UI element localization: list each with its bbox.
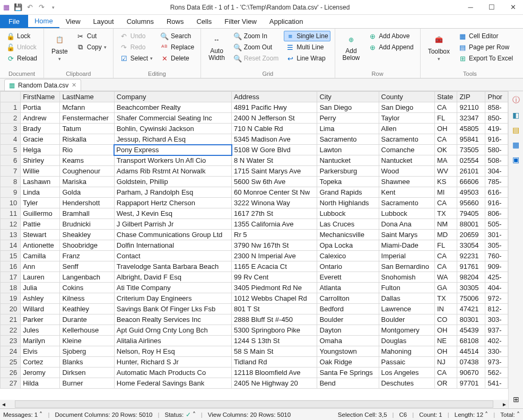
cell[interactable]: Franz <box>60 251 114 261</box>
column-header[interactable]: Phor <box>485 92 508 102</box>
cell[interactable]: Dirksen <box>60 368 114 378</box>
cell[interactable]: 973- <box>485 357 508 368</box>
cell[interactable]: Portia <box>21 102 60 113</box>
cell[interactable]: 562- <box>485 368 508 378</box>
tab-layout[interactable]: Layout <box>87 15 120 28</box>
cell[interactable]: Antionette <box>21 240 60 251</box>
cell[interactable]: 801 T St <box>232 304 317 314</box>
cell[interactable]: 45805 <box>457 124 485 134</box>
tab-home[interactable]: Home <box>28 15 59 28</box>
cell[interactable]: Rappaport Hertz Cherson <box>114 198 231 208</box>
cell[interactable]: Shafer Commercial Seating Inc <box>114 113 231 124</box>
cell[interactable]: Mcfann <box>60 102 114 113</box>
cell[interactable]: Helga <box>21 145 60 155</box>
cell[interactable]: 02554 <box>457 155 485 166</box>
cell[interactable]: 60 Monroe Center St Nw <box>232 187 317 198</box>
cell[interactable]: Lubbock <box>379 208 434 219</box>
cell[interactable]: Allen <box>379 124 434 134</box>
cell[interactable]: Riskalla <box>60 134 114 145</box>
row-number[interactable]: 6 <box>1 155 21 166</box>
cell[interactable]: Jeromy <box>21 368 60 378</box>
zoomout-button[interactable]: 🔍Zoom Out <box>231 42 281 52</box>
cell[interactable]: Bend <box>317 378 379 389</box>
cell[interactable]: Andrew <box>21 113 60 124</box>
column-header[interactable]: Company <box>114 92 231 102</box>
cell[interactable]: 45439 <box>457 325 485 336</box>
cell[interactable]: Gracie <box>21 134 60 145</box>
cell[interactable]: 972- <box>485 293 508 304</box>
cell[interactable]: CO <box>434 314 457 325</box>
cell[interactable]: 2405 Ne Highway 20 <box>232 378 317 389</box>
close-button[interactable]: ✕ <box>505 2 521 13</box>
cell[interactable]: Las Cruces <box>317 219 379 230</box>
row-number[interactable]: 16 <box>1 261 21 272</box>
cell[interactable]: 26101 <box>457 166 485 177</box>
row-number[interactable]: 20 <box>1 304 21 314</box>
cell[interactable]: Sjoberg <box>60 346 114 357</box>
cell[interactable]: Transport Workers Un Afl Cio <box>114 155 231 166</box>
cell[interactable]: Goldstein, Phillip <box>114 177 231 187</box>
cell[interactable]: 508- <box>485 155 508 166</box>
select-button[interactable]: ☑Select▾ <box>118 53 155 64</box>
cell[interactable]: Mariska <box>60 177 114 187</box>
cell[interactable]: Comanche <box>379 145 434 155</box>
cell[interactable]: Shirley <box>21 155 60 166</box>
tab-file[interactable]: File <box>0 15 28 28</box>
cell[interactable]: 3222 Winona Way <box>232 198 317 208</box>
windows-panel-icon[interactable]: ◧ <box>510 109 522 121</box>
cell[interactable]: Senff <box>60 261 114 272</box>
qat-dropdown-icon[interactable]: ▾ <box>49 3 57 12</box>
cell[interactable]: 1355 California Ave <box>232 219 317 230</box>
cell[interactable]: MD <box>434 230 457 240</box>
cell[interactable]: TX <box>434 293 457 304</box>
cell[interactable]: Home Federal Savings Bank <box>114 378 231 389</box>
cell[interactable]: J Gilbert Parrish Jr <box>114 219 231 230</box>
cell[interactable]: Savings Bank Of Finger Lks Fsb <box>114 304 231 314</box>
cell[interactable]: Calexico <box>317 251 379 261</box>
cell[interactable]: 937- <box>485 325 508 336</box>
celleditor-button[interactable]: ▦Cell Editor <box>456 31 515 41</box>
copy-button[interactable]: ⧉Copy▾ <box>74 42 109 52</box>
cell[interactable]: MA <box>434 155 457 166</box>
cell[interactable]: Youngstown <box>317 346 379 357</box>
cell[interactable]: Parkersburg <box>317 166 379 177</box>
column-header[interactable]: ZIP <box>457 92 485 102</box>
cell[interactable]: Burner <box>60 378 114 389</box>
row-number[interactable]: 18 <box>1 283 21 293</box>
cell[interactable]: San Bernardino <box>379 261 434 272</box>
cell[interactable]: 80301 <box>457 314 485 325</box>
column-header[interactable]: City <box>317 92 379 102</box>
cell[interactable]: NE <box>434 336 457 346</box>
cell[interactable]: 73505 <box>457 145 485 155</box>
cell[interactable]: Jessup, Richard A Esq <box>114 134 231 145</box>
cell[interactable]: Cortez <box>21 357 60 368</box>
lock-button[interactable]: 🔒Lock <box>4 31 39 41</box>
row-number[interactable]: 2 <box>1 113 21 124</box>
cell[interactable]: 812- <box>485 304 508 314</box>
resetzoom-button[interactable]: 🔍Reset Zoom <box>231 53 281 64</box>
cell[interactable]: Lashawn <box>21 177 60 187</box>
table-panel-icon[interactable]: ⊞ <box>510 393 522 405</box>
cell[interactable]: Marilyn <box>21 336 60 346</box>
cell[interactable]: 75006 <box>457 293 485 304</box>
undo-button[interactable]: ↶Undo <box>118 31 155 41</box>
column-header[interactable]: LastName <box>60 92 114 102</box>
cell[interactable]: Sacramento <box>379 198 434 208</box>
cell[interactable]: CA <box>434 134 457 145</box>
cell[interactable]: Bramhall <box>60 208 114 219</box>
row-number[interactable]: 22 <box>1 325 21 336</box>
cell[interactable]: Chase Communications Group Ltd <box>114 230 231 240</box>
addappend-button[interactable]: ⊕Add Append <box>366 42 415 52</box>
search-button[interactable]: 🔍Search <box>158 31 196 41</box>
cell[interactable]: Linda <box>21 187 60 198</box>
cell[interactable]: OH <box>434 124 457 134</box>
cell[interactable]: Taylor <box>379 113 434 124</box>
cell[interactable]: Topeka <box>317 177 379 187</box>
cell[interactable]: Dona Ana <box>379 219 434 230</box>
scroll-right-icon[interactable]: ► <box>501 400 508 408</box>
tab-filter-view[interactable]: Filter View <box>218 15 263 28</box>
cell[interactable]: Jules <box>21 325 60 336</box>
cell[interactable]: Kellerhouse <box>60 325 114 336</box>
cell[interactable]: 785- <box>485 177 508 187</box>
cell[interactable]: 305- <box>485 240 508 251</box>
